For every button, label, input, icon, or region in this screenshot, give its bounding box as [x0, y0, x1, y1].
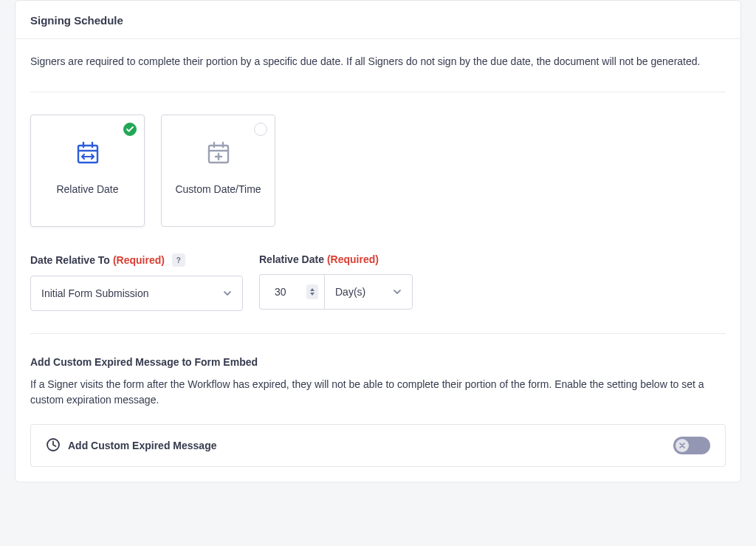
option-custom-datetime[interactable]: Custom Date/Time	[161, 115, 275, 227]
custom-expired-toggle[interactable]	[673, 437, 710, 454]
custom-expired-title: Add Custom Expired Message to Form Embed	[30, 356, 726, 368]
label-text: Relative Date	[259, 253, 324, 265]
check-icon	[126, 126, 134, 132]
date-relative-to-select[interactable]: Initial Form Submission	[30, 276, 243, 311]
relative-date-number-wrap	[259, 274, 324, 310]
stepper-up-icon	[310, 288, 315, 291]
schedule-type-options: Relative Date Custom Date/Time	[30, 115, 726, 227]
card-header: Signing Schedule	[16, 1, 740, 39]
stepper-down-icon	[310, 293, 315, 296]
divider	[30, 333, 726, 334]
calendar-range-icon	[75, 140, 100, 168]
toggle-left: Add Custom Expired Message	[46, 437, 217, 454]
field-label: Date Relative To (Required) ?	[30, 253, 243, 267]
close-icon	[679, 443, 685, 448]
check-indicator	[123, 123, 137, 136]
relative-date-group: Relative Date (Required) Day(s)	[259, 253, 413, 311]
schedule-description: Signers are required to complete their p…	[30, 54, 726, 69]
divider	[30, 92, 726, 92]
calendar-plus-icon	[206, 140, 231, 168]
field-label: Relative Date (Required)	[259, 253, 413, 265]
relative-date-combo: Day(s)	[259, 274, 413, 310]
card-body: Signers are required to complete their p…	[16, 39, 740, 482]
clock-icon	[46, 437, 61, 454]
select-value: Initial Form Submission	[41, 287, 149, 299]
option-label: Custom Date/Time	[175, 182, 261, 196]
custom-expired-toggle-row: Add Custom Expired Message	[30, 424, 726, 467]
number-stepper[interactable]	[306, 284, 318, 299]
option-relative-date[interactable]: Relative Date	[30, 115, 145, 227]
svg-rect-0	[78, 146, 97, 163]
required-indicator: (Required)	[113, 254, 165, 266]
date-relative-to-group: Date Relative To (Required) ? Initial Fo…	[30, 253, 243, 311]
help-icon[interactable]: ?	[172, 253, 185, 267]
radio-indicator	[254, 123, 267, 136]
relative-date-number-input[interactable]	[275, 286, 297, 298]
toggle-knob	[676, 439, 689, 452]
option-label: Relative Date	[56, 182, 118, 196]
chevron-down-icon	[223, 289, 232, 298]
chevron-down-icon	[393, 287, 402, 296]
required-indicator: (Required)	[327, 253, 379, 265]
relative-fields-row: Date Relative To (Required) ? Initial Fo…	[30, 253, 726, 311]
custom-expired-desc: If a Signer visits the form after the Wo…	[30, 377, 726, 408]
signing-schedule-card: Signing Schedule Signers are required to…	[15, 0, 741, 482]
label-text: Date Relative To	[30, 254, 110, 266]
toggle-label: Add Custom Expired Message	[68, 440, 217, 451]
relative-date-unit-select[interactable]: Day(s)	[324, 274, 413, 310]
select-value: Day(s)	[335, 286, 365, 298]
card-title: Signing Schedule	[30, 14, 726, 27]
